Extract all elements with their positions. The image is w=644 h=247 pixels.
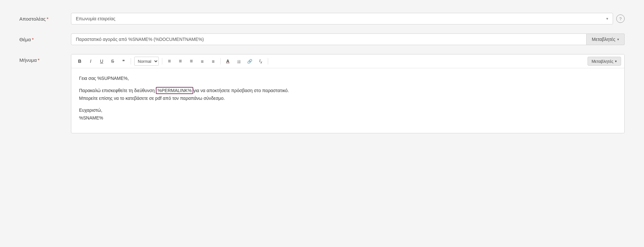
- underline-button[interactable]: U: [96, 56, 107, 66]
- sender-chevron-icon: ▾: [606, 16, 608, 21]
- subject-input-row: Μεταβλητές ▾: [71, 33, 625, 45]
- align-left-button[interactable]: ≡: [164, 56, 175, 66]
- message-row: Μήνυμα* B I U S ❝: [19, 54, 625, 133]
- font-color-button[interactable]: A: [223, 56, 233, 66]
- subject-label: Θέμα*: [19, 33, 71, 42]
- message-variables-button[interactable]: Μεταβλητές ▾: [588, 57, 621, 66]
- link-button[interactable]: 🔗: [245, 56, 255, 66]
- toolbar-separator-1: [131, 58, 131, 64]
- italic-button[interactable]: I: [86, 56, 96, 66]
- sender-select-value: Επωνυμία εταιρείας: [76, 16, 115, 21]
- message-control: B I U S ❝ Normal: [71, 54, 625, 133]
- closing-lines: Ευχαριστώ, %SNAME%: [79, 107, 617, 122]
- body-line1: Παρακαλώ επισκεφθείτε τη διεύθυνση %PERM…: [79, 87, 617, 102]
- clear-format-button[interactable]: Ix: [256, 56, 266, 66]
- toolbar-separator-3: [220, 58, 221, 64]
- permalink-highlight: %PERMALINK%: [156, 87, 193, 94]
- sender-select-wrapper: Επωνυμία εταιρείας ▾ ?: [71, 13, 625, 24]
- subject-control: Μεταβλητές ▾: [71, 33, 625, 45]
- subject-input[interactable]: [71, 33, 587, 45]
- align-center-button[interactable]: ≡: [175, 56, 186, 66]
- strikethrough-button[interactable]: S: [107, 56, 118, 66]
- highlight-button[interactable]: ▦: [234, 56, 244, 66]
- unordered-list-button[interactable]: ≡: [208, 56, 218, 66]
- help-icon[interactable]: ?: [616, 14, 625, 23]
- subject-variables-chevron-icon: ▾: [617, 37, 619, 42]
- style-select[interactable]: Normal: [134, 57, 159, 66]
- message-variables-chevron-icon: ▾: [615, 59, 617, 63]
- ordered-list-button[interactable]: ≡: [197, 56, 207, 66]
- subject-row: Θέμα* Μεταβλητές ▾: [19, 33, 625, 45]
- sender-row: Αποστολέας* Επωνυμία εταιρείας ▾ ?: [19, 13, 625, 24]
- toolbar-separator-4: [268, 58, 268, 64]
- sender-select[interactable]: Επωνυμία εταιρείας ▾: [71, 13, 613, 24]
- toolbar-separator-2: [162, 58, 162, 64]
- message-body[interactable]: Γεια σας %SUPNAME%, Παρακαλώ επισκεφθείτ…: [71, 68, 624, 133]
- sender-label: Αποστολέας*: [19, 13, 71, 22]
- quote-button[interactable]: ❝: [118, 56, 129, 66]
- message-label: Μήνυμα*: [19, 54, 71, 63]
- sender-control: Επωνυμία εταιρείας ▾ ?: [71, 13, 625, 24]
- greeting-line: Γεια σας %SUPNAME%,: [79, 75, 617, 82]
- message-toolbar: B I U S ❝ Normal: [71, 54, 624, 68]
- message-editor: B I U S ❝ Normal: [71, 54, 625, 133]
- subject-variables-button[interactable]: Μεταβλητές ▾: [587, 33, 625, 45]
- align-right-button[interactable]: ≡: [186, 56, 196, 66]
- bold-button[interactable]: B: [75, 56, 85, 66]
